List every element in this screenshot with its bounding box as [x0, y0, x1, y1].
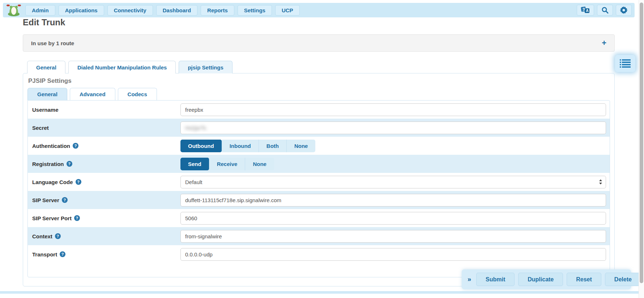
form-row-sip-server: SIP Server ? — [28, 191, 610, 209]
context-label-text: Context — [32, 233, 52, 239]
language-code-label: Language Code ? — [32, 179, 180, 185]
registration-toggle-group: Send Receive None — [180, 158, 274, 170]
tab-dialed-number-manipulation-rules[interactable]: Dialed Number Manipulation Rules — [68, 61, 176, 73]
submit-button[interactable]: Submit — [476, 273, 515, 286]
delete-button[interactable]: Delete — [605, 273, 641, 286]
subtab-codecs[interactable]: Codecs — [118, 88, 157, 100]
authentication-option-none[interactable]: None — [287, 140, 316, 152]
scrollbar-thumb[interactable] — [640, 3, 643, 283]
form-row-username: Username — [28, 101, 610, 119]
footer-divider — [0, 291, 644, 294]
context-label: Context ? — [32, 233, 180, 239]
form-row-registration: Registration ? Send Receive None — [28, 155, 610, 173]
sidebar-list-toggle-button[interactable] — [615, 55, 635, 72]
form-action-bar: » Submit Duplicate Reset Delete — [462, 269, 631, 289]
language-code-selected-value: Default — [185, 179, 202, 185]
list-icon — [620, 59, 631, 68]
form-row-sip-server-port: SIP Server Port ? — [28, 209, 610, 227]
expand-plus-icon[interactable]: + — [602, 39, 606, 47]
authentication-toggle-group: Outbound Inbound Both None — [180, 140, 315, 152]
authentication-option-both[interactable]: Both — [259, 140, 287, 152]
language-button[interactable]: 文 A — [577, 5, 594, 16]
tab-pjsip-settings[interactable]: pjsip Settings — [179, 61, 232, 73]
nav-item-dashboard[interactable]: Dashboard — [156, 5, 197, 16]
page-title: Edit Trunk — [23, 17, 65, 27]
authentication-help-icon[interactable]: ? — [73, 143, 78, 149]
registration-option-receive[interactable]: Receive — [209, 158, 246, 170]
nav-item-admin[interactable]: Admin — [25, 5, 55, 16]
duplicate-button[interactable]: Duplicate — [518, 273, 563, 286]
sip-server-port-input[interactable] — [180, 212, 606, 225]
sip-server-label: SIP Server ? — [32, 197, 180, 203]
username-input[interactable] — [180, 103, 606, 116]
form-row-transport: Transport ? — [28, 245, 610, 263]
usage-notice-panel[interactable]: In use by 1 route + — [23, 34, 615, 52]
context-help-icon[interactable]: ? — [55, 233, 61, 239]
settings-gear-button[interactable] — [616, 5, 632, 16]
pjsip-section-heading: PJSIP Settings — [23, 73, 614, 88]
secret-input[interactable]: HsQprTs — [180, 122, 606, 134]
form-row-language-code: Language Code ? Default — [28, 173, 610, 191]
registration-option-send[interactable]: Send — [180, 158, 209, 170]
collapse-actions-icon[interactable]: » — [466, 276, 473, 283]
authentication-option-outbound[interactable]: Outbound — [180, 140, 222, 152]
trunk-tab-bar: General Dialed Number Manipulation Rules… — [27, 61, 235, 73]
registration-help-icon[interactable]: ? — [67, 161, 72, 167]
subtab-general[interactable]: General — [27, 88, 67, 100]
secret-label-text: Secret — [32, 125, 49, 131]
transport-label-text: Transport — [32, 251, 57, 257]
subtab-advanced[interactable]: Advanced — [70, 88, 115, 100]
secret-label: Secret — [32, 125, 180, 131]
registration-option-none[interactable]: None — [245, 158, 274, 170]
username-label: Username — [32, 107, 180, 113]
username-label-text: Username — [32, 107, 59, 113]
form-row-context: Context ? — [28, 227, 610, 245]
search-icon — [601, 7, 609, 14]
nav-item-applications[interactable]: Applications — [59, 5, 104, 16]
form-row-authentication: Authentication ? Outbound Inbound Both N… — [28, 137, 610, 155]
pjsip-settings-panel: PJSIP Settings General Advanced Codecs U… — [23, 73, 615, 286]
form-row-secret: Secret HsQprTs — [28, 119, 610, 137]
pjsip-subtab-bar: General Advanced Codecs — [27, 88, 614, 100]
sip-server-port-help-icon[interactable]: ? — [74, 215, 80, 221]
gear-icon — [620, 6, 628, 14]
transport-input[interactable] — [180, 248, 606, 261]
sip-server-port-label: SIP Server Port ? — [32, 215, 180, 221]
sip-server-label-text: SIP Server — [32, 197, 59, 203]
context-input[interactable] — [180, 230, 606, 243]
authentication-label-text: Authentication — [32, 143, 70, 149]
freepbx-admin-page: Admin Applications Connectivity Dashboar… — [0, 0, 644, 298]
language-icon: 文 A — [581, 6, 590, 14]
nav-item-reports[interactable]: Reports — [201, 5, 234, 16]
nav-item-connectivity[interactable]: Connectivity — [107, 5, 153, 16]
nav-item-ucp[interactable]: UCP — [275, 5, 300, 16]
select-arrows-icon — [599, 179, 602, 185]
transport-help-icon[interactable]: ? — [60, 251, 65, 257]
authentication-option-inbound[interactable]: Inbound — [222, 140, 259, 152]
language-code-label-text: Language Code — [32, 179, 73, 185]
reset-button[interactable]: Reset — [567, 273, 601, 286]
search-button[interactable] — [597, 5, 613, 16]
usage-notice-text: In use by 1 route — [31, 40, 74, 46]
vertical-scrollbar[interactable] — [639, 0, 644, 298]
transport-label: Transport ? — [32, 251, 180, 257]
svg-text:A: A — [586, 9, 589, 13]
top-navbar: Admin Applications Connectivity Dashboar… — [3, 3, 635, 17]
registration-label: Registration ? — [32, 161, 180, 167]
pjsip-general-form: Username Secret HsQprTs Authentic — [27, 100, 610, 277]
sip-server-input[interactable] — [180, 194, 606, 207]
tab-general[interactable]: General — [27, 61, 65, 73]
authentication-label: Authentication ? — [32, 143, 180, 149]
sip-server-port-label-text: SIP Server Port — [32, 215, 72, 221]
sip-server-help-icon[interactable]: ? — [62, 197, 68, 203]
language-code-select[interactable]: Default — [180, 176, 606, 188]
language-code-help-icon[interactable]: ? — [76, 179, 81, 185]
secret-obscured-value: HsQprTs — [185, 125, 206, 131]
registration-label-text: Registration — [32, 161, 64, 167]
nav-item-settings[interactable]: Settings — [238, 5, 272, 16]
freepbx-frog-logo-icon — [6, 4, 22, 16]
